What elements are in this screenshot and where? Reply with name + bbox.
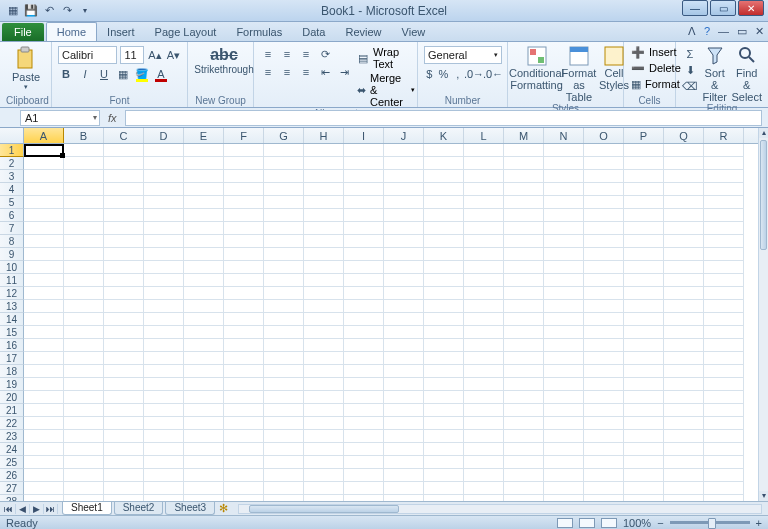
cell[interactable] <box>184 274 224 287</box>
sheet-nav-next-icon[interactable]: ▶ <box>30 504 44 514</box>
cell[interactable] <box>224 352 264 365</box>
cell[interactable] <box>184 144 224 157</box>
cell[interactable] <box>704 326 744 339</box>
cell[interactable] <box>384 482 424 495</box>
cell[interactable] <box>584 482 624 495</box>
cell[interactable] <box>184 365 224 378</box>
cell[interactable] <box>104 391 144 404</box>
cell[interactable] <box>184 248 224 261</box>
cell[interactable] <box>64 248 104 261</box>
row-header[interactable]: 20 <box>0 391 24 404</box>
cell[interactable] <box>584 183 624 196</box>
cell[interactable] <box>624 365 664 378</box>
cell[interactable] <box>144 222 184 235</box>
cell[interactable] <box>224 443 264 456</box>
row-header[interactable]: 2 <box>0 157 24 170</box>
cell[interactable] <box>184 300 224 313</box>
cell[interactable] <box>264 170 304 183</box>
cell[interactable] <box>264 183 304 196</box>
cell[interactable] <box>584 443 624 456</box>
cell[interactable] <box>344 391 384 404</box>
cell[interactable] <box>344 157 384 170</box>
align-bottom-icon[interactable]: ≡ <box>298 46 314 62</box>
cell[interactable] <box>144 430 184 443</box>
cell[interactable] <box>704 300 744 313</box>
cell[interactable] <box>704 313 744 326</box>
cell[interactable] <box>464 456 504 469</box>
cell[interactable] <box>184 391 224 404</box>
cell[interactable] <box>24 456 64 469</box>
number-format-select[interactable]: General▾ <box>424 46 502 64</box>
cell[interactable] <box>304 443 344 456</box>
cell[interactable] <box>504 482 544 495</box>
column-header[interactable]: Q <box>664 128 704 143</box>
cell[interactable] <box>664 339 704 352</box>
sheet-tab-3[interactable]: Sheet3 <box>165 502 215 515</box>
cell[interactable] <box>504 417 544 430</box>
cell[interactable] <box>104 378 144 391</box>
cell[interactable] <box>184 261 224 274</box>
cell[interactable] <box>304 222 344 235</box>
cell[interactable] <box>464 378 504 391</box>
cell[interactable] <box>24 274 64 287</box>
cell[interactable] <box>184 482 224 495</box>
cell[interactable] <box>304 404 344 417</box>
cell[interactable] <box>584 417 624 430</box>
cell[interactable] <box>24 144 64 157</box>
cell[interactable] <box>504 157 544 170</box>
cell[interactable] <box>344 417 384 430</box>
row-header[interactable]: 11 <box>0 274 24 287</box>
cell[interactable] <box>664 417 704 430</box>
cell[interactable] <box>424 261 464 274</box>
cell[interactable] <box>344 469 384 482</box>
cell[interactable] <box>344 365 384 378</box>
cell[interactable] <box>344 482 384 495</box>
cell[interactable] <box>184 183 224 196</box>
zoom-level[interactable]: 100% <box>623 517 651 529</box>
cell[interactable] <box>144 196 184 209</box>
zoom-slider[interactable] <box>670 521 750 524</box>
cell[interactable] <box>624 469 664 482</box>
cell[interactable] <box>424 170 464 183</box>
cell[interactable] <box>104 313 144 326</box>
cell[interactable] <box>664 365 704 378</box>
redo-icon[interactable]: ↷ <box>58 2 76 20</box>
cell[interactable] <box>144 235 184 248</box>
cell[interactable] <box>144 209 184 222</box>
cell[interactable] <box>224 274 264 287</box>
cell[interactable] <box>504 456 544 469</box>
row-header[interactable]: 26 <box>0 469 24 482</box>
cell[interactable] <box>304 352 344 365</box>
qa-dropdown-icon[interactable]: ▾ <box>76 2 94 20</box>
merge-center-button[interactable]: ⬌Merge & Center▾ <box>356 72 415 108</box>
cell[interactable] <box>104 222 144 235</box>
cell[interactable] <box>504 326 544 339</box>
cell[interactable] <box>264 248 304 261</box>
cell[interactable] <box>704 378 744 391</box>
cell[interactable] <box>144 157 184 170</box>
sheet-tab-1[interactable]: Sheet1 <box>62 502 112 515</box>
cell[interactable] <box>624 170 664 183</box>
cell[interactable] <box>104 235 144 248</box>
formula-bar[interactable] <box>125 110 762 126</box>
cell[interactable] <box>464 417 504 430</box>
clear-icon[interactable]: ⌫ <box>682 78 698 94</box>
row-header[interactable]: 21 <box>0 404 24 417</box>
row-header[interactable]: 18 <box>0 365 24 378</box>
cell[interactable] <box>144 261 184 274</box>
cell[interactable] <box>704 469 744 482</box>
cell[interactable] <box>584 274 624 287</box>
cell[interactable] <box>144 456 184 469</box>
cell[interactable] <box>64 430 104 443</box>
cell[interactable] <box>144 248 184 261</box>
row-header[interactable]: 25 <box>0 456 24 469</box>
cell[interactable] <box>64 352 104 365</box>
cell[interactable] <box>384 196 424 209</box>
cell[interactable] <box>704 391 744 404</box>
cell[interactable] <box>24 352 64 365</box>
decrease-indent-icon[interactable]: ⇤ <box>317 64 333 80</box>
cell[interactable] <box>384 339 424 352</box>
cell[interactable] <box>664 248 704 261</box>
cell[interactable] <box>24 417 64 430</box>
cell[interactable] <box>464 235 504 248</box>
